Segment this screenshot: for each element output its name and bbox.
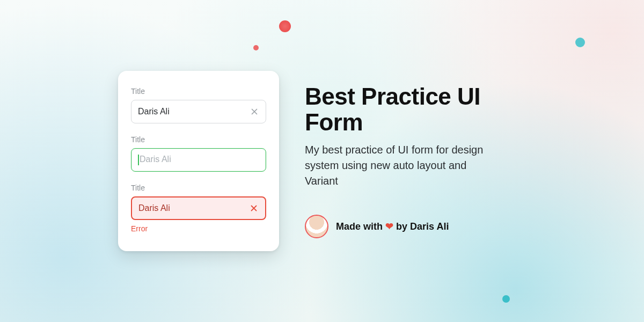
sub-headline: My best practice of UI form for design s… — [305, 142, 498, 189]
text-input-default[interactable]: Daris Ali — [131, 100, 266, 123]
byline-suffix: by Daris Ali — [396, 221, 449, 232]
text-input-error[interactable]: Daris Ali — [131, 196, 266, 220]
clear-icon[interactable] — [249, 203, 259, 213]
input-value: Daris Ali — [138, 107, 170, 116]
field-label: Title — [131, 184, 266, 192]
form-field-error: Title Daris Ali Error — [131, 184, 266, 233]
form-field-default: Title Daris Ali — [131, 87, 266, 123]
headline: Best Practice UI Form — [305, 84, 541, 135]
hero-copy: Best Practice UI Form My best practice o… — [305, 84, 541, 238]
byline-text: Made with ❤ by Daris Ali — [336, 221, 449, 232]
field-label: Title — [131, 135, 266, 144]
byline: Made with ❤ by Daris Ali — [305, 215, 541, 238]
input-placeholder: Daris Ali — [140, 155, 171, 164]
byline-prefix: Made with — [336, 221, 383, 232]
field-label: Title — [131, 87, 266, 96]
error-message: Error — [131, 224, 266, 233]
heart-icon: ❤ — [385, 221, 393, 232]
avatar — [305, 215, 328, 238]
form-field-success: Title Daris Ali — [131, 135, 266, 172]
clear-icon[interactable] — [250, 107, 259, 116]
text-input-success[interactable]: Daris Ali — [131, 148, 266, 172]
text-cursor — [138, 155, 139, 165]
form-card: Title Daris Ali Title Daris Ali Title Da… — [118, 71, 279, 251]
input-value: Daris Ali — [138, 203, 170, 213]
